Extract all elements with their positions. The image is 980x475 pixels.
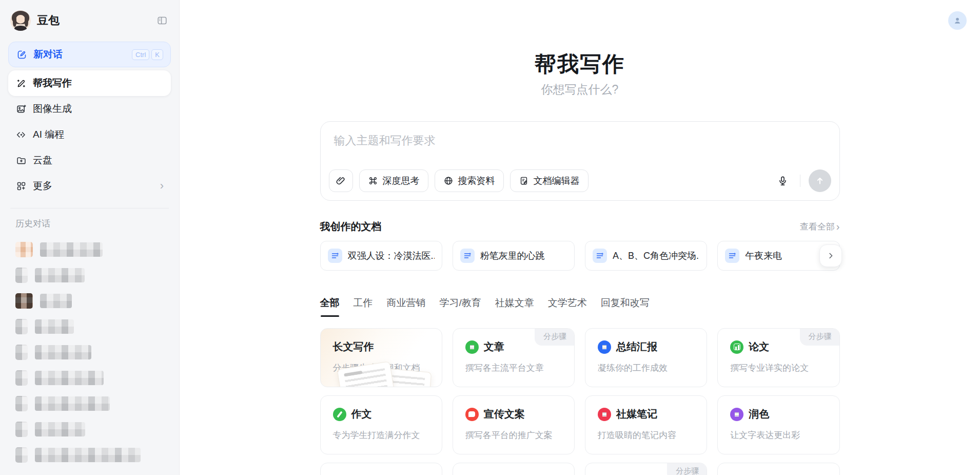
template-subtitle: 让文字表达更出彩 [730,429,827,441]
doc-icon [725,249,739,263]
template-card-thesis[interactable]: 论文 撰写专业详实的论文 分步骤 [717,328,839,387]
history-conversation-item[interactable] [8,237,171,262]
attach-button[interactable] [329,169,353,192]
history-item-redacted-title [35,422,85,436]
history-conversation-item[interactable] [8,288,171,314]
history-item-thumbnail [15,268,28,283]
history-section-title: 历史对话 [15,218,164,230]
history-item-redacted-title [35,319,74,334]
knot-icon [368,176,378,186]
tab-social-media[interactable]: 社媒文章 [495,296,534,317]
template-subtitle: 撰写专业详实的论文 [730,362,827,374]
tab-education[interactable]: 学习/教育 [440,296,481,317]
history-conversation-item[interactable] [8,262,171,288]
history-conversation-item[interactable] [8,365,171,391]
doc-icon [328,249,342,263]
category-tabs: 全部 工作 商业营销 学习/教育 社媒文章 文学艺术 回复和改写 [320,296,840,317]
view-all-link[interactable]: 查看全部 › [800,221,840,233]
template-card-promo-copy[interactable]: 宣传文案 撰写各平台的推广文案 分步骤 [453,395,575,454]
history-item-redacted-title [35,345,91,359]
user-profile-button[interactable] [948,11,967,30]
history-item-thumbnail [15,293,33,309]
template-card-research-report[interactable]: 研究报告 分步骤 [585,463,707,475]
document-title: 午夜来电 [745,250,782,262]
history-item-redacted-title [35,448,141,462]
sidebar-item-image-generation[interactable]: 图像生成 [8,96,171,122]
document-title: 粉笔灰里的心跳 [480,250,545,262]
template-title: 润色 [749,407,769,421]
template-card-reflections[interactable]: 心得体会 分步骤 [717,463,839,475]
history-conversation-item[interactable] [8,391,171,416]
social-note-icon [598,408,611,421]
template-subtitle: 凝练你的工作成效 [598,362,694,374]
history-item-thumbnail [15,370,28,386]
new-chat-label: 新对话 [33,48,63,61]
tab-literature[interactable]: 文学艺术 [548,296,587,317]
voice-input-button[interactable] [774,172,792,189]
sidebar-divider [10,208,169,208]
tab-reply-rewrite[interactable]: 回复和改写 [601,296,650,317]
template-card-sales-script[interactable]: 话术 分步骤 [453,463,575,475]
template-title: 文章 [484,340,504,354]
composer: 深度思考 搜索资料 文档编辑器 [320,121,840,201]
template-card-novel[interactable]: 小说 分步骤 [320,463,442,475]
folder-icon [15,155,27,166]
write-pencil-icon [15,78,27,89]
template-card-long-writing[interactable]: 长文写作 分步骤生成大纲和文档 [320,328,442,387]
tab-work[interactable]: 工作 [354,296,373,317]
globe-icon [443,176,454,186]
sidebar-collapse-icon[interactable] [155,14,169,27]
history-item-redacted-title [40,242,103,257]
document-card[interactable]: 双强人设：冷漠法医... [320,241,442,271]
tab-marketing[interactable]: 商业营销 [387,296,426,317]
doc-editor-button[interactable]: 文档编辑器 [510,169,589,192]
paperclip-icon [335,175,346,186]
sidebar-item-help-me-write[interactable]: 帮我写作 [8,70,171,96]
sidebar-item-cloud-drive[interactable]: 云盘 [8,147,171,173]
history-item-thumbnail [15,422,28,437]
history-conversation-item[interactable] [8,416,171,442]
new-chat-icon [16,49,27,60]
template-card-summary-report[interactable]: 总结汇报 凝练你的工作成效 分步骤 [585,328,707,387]
history-conversation-item[interactable] [8,442,171,468]
history-item-thumbnail [15,447,28,463]
prompt-input[interactable] [321,122,839,169]
send-button[interactable] [809,169,831,192]
doc-icon [593,249,607,263]
template-title: 宣传文案 [484,407,525,421]
sidebar-item-label: 图像生成 [33,102,72,116]
summary-report-icon [598,340,611,354]
docs-next-button[interactable] [819,244,842,267]
document-card[interactable]: 粉笔灰里的心跳 [453,241,575,271]
app-avatar[interactable] [10,10,31,31]
template-title: 总结汇报 [616,340,657,354]
doc-edit-icon [519,176,529,186]
document-title: 双强人设：冷漠法医... [348,250,435,262]
my-docs-row: 双强人设：冷漠法医... 粉笔灰里的心跳 A、B、C角色冲突场... 午夜来电 [320,241,840,271]
sidebar-item-more[interactable]: 更多 › [8,173,171,199]
history-conversation-item[interactable] [8,314,171,339]
template-subtitle: 专为学生打造满分作文 [333,429,429,441]
image-icon [15,103,27,115]
essay-pencil-icon [333,408,346,421]
chevron-right-icon [826,251,835,260]
template-title: 作文 [351,407,372,421]
polish-icon [730,408,743,421]
template-card-polish[interactable]: 润色 让文字表达更出彩 分步骤 [717,395,839,454]
tab-all[interactable]: 全部 [320,296,340,317]
apps-grid-icon [15,180,27,192]
sidebar-item-ai-coding[interactable]: AI 编程 [8,122,171,147]
chevron-right-icon: › [836,221,840,232]
sidebar-item-new-chat[interactable]: 新对话 Ctrl K [8,42,171,67]
history-item-thumbnail [15,396,28,411]
history-conversation-item[interactable] [8,339,171,365]
template-title: 论文 [749,340,769,354]
step-badge: 分步骤 [667,463,707,475]
deep-think-button[interactable]: 深度思考 [359,169,428,192]
template-card-article[interactable]: 文章 撰写各主流平台文章 分步骤 [453,328,575,387]
search-material-button[interactable]: 搜索资料 [435,169,504,192]
code-icon [15,129,27,140]
template-card-school-essay[interactable]: 作文 专为学生打造满分作文 分步骤 [320,395,442,454]
template-card-social-note[interactable]: 社媒笔记 打造吸睛的笔记内容 分步骤 [585,395,707,454]
document-card[interactable]: A、B、C角色冲突场... [585,241,707,271]
